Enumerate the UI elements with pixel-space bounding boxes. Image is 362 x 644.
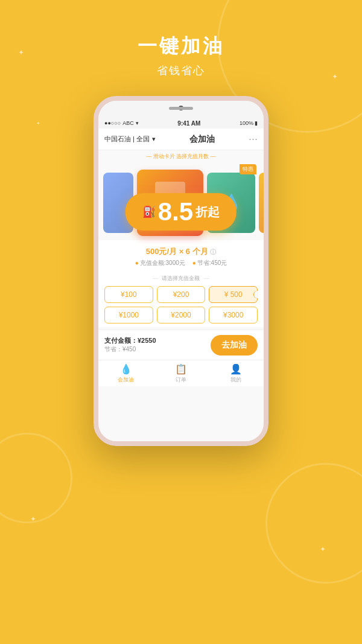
bg-swirl-3 bbox=[0, 433, 72, 523]
action-pay-label: 支付金额：¥2550 bbox=[104, 336, 156, 345]
sparkle-2: ✦ bbox=[332, 72, 338, 81]
battery-percent: 100% bbox=[240, 120, 253, 126]
action-info: 支付金额：¥2550 节省：¥450 bbox=[104, 336, 156, 354]
plan-months: 6 个月 bbox=[186, 247, 208, 256]
amount-1000[interactable]: ¥1000 bbox=[104, 307, 153, 324]
nav-more-button[interactable]: ··· bbox=[249, 133, 258, 145]
battery-icon: ▮ bbox=[255, 120, 258, 126]
amount-section: — 请选择充值金额 — ¥100 ¥200 ¥ 500 ¥1000 ¥2000 … bbox=[98, 271, 264, 327]
tab-orders[interactable]: 📋 订单 bbox=[153, 363, 208, 384]
phone-body: ●●○○○ ABC ▾ 9:41 AM 100% ▮ 中国石油 | 全国 ▾ 会… bbox=[94, 96, 268, 446]
action-save-label: 节省：¥450 bbox=[104, 345, 156, 354]
location-text: 中国石油 | 全国 bbox=[104, 135, 150, 144]
plan-info: 500元/月 × 6 个月 ⓘ ●充值金额:3000元 ●节省:450元 bbox=[98, 240, 264, 271]
sparkle-3: ✦ bbox=[30, 515, 36, 523]
plan-saving: ●节省:450元 bbox=[192, 259, 227, 267]
phone-mockup: ●●○○○ ABC ▾ 9:41 AM 100% ▮ 中国石油 | 全国 ▾ 会… bbox=[0, 96, 362, 446]
amount-label: — 请选择充值金额 — bbox=[104, 275, 258, 282]
tab-bar: 💧 会加油 📋 订单 👤 我的 bbox=[98, 360, 264, 386]
action-bar: 支付金额：¥2550 节省：¥450 去加油 bbox=[98, 330, 264, 360]
discount-number: 8.5 bbox=[158, 199, 193, 225]
dropdown-icon: ▾ bbox=[152, 135, 156, 143]
phone-speaker bbox=[169, 107, 193, 110]
nav-location[interactable]: 中国石油 | 全国 ▾ bbox=[104, 135, 156, 144]
card-carousel[interactable]: 特惠 💧 bbox=[98, 162, 264, 240]
phone-screen: — 滑动卡片 选择充值月数 — 特惠 bbox=[98, 150, 264, 446]
orders-tab-icon: 📋 bbox=[175, 363, 187, 375]
amount-500[interactable]: ¥ 500 bbox=[209, 286, 258, 303]
bg-swirl-2 bbox=[265, 463, 362, 584]
profile-tab-label: 我的 bbox=[230, 376, 241, 384]
amount-100[interactable]: ¥100 bbox=[104, 286, 153, 303]
amount-200[interactable]: ¥200 bbox=[157, 286, 206, 303]
status-signal: ●●○○○ ABC ▾ bbox=[104, 120, 139, 126]
signal-dots: ●●○○○ bbox=[104, 120, 121, 126]
discount-icon: ⛽ bbox=[142, 205, 156, 218]
orders-tab-label: 订单 bbox=[176, 376, 186, 384]
wifi-icon: ▾ bbox=[136, 120, 139, 126]
nav-bar: 中国石油 | 全国 ▾ 会加油 ··· bbox=[98, 129, 264, 150]
profile-tab-icon: 👤 bbox=[230, 363, 242, 375]
card-orange-car[interactable]: 🚕 bbox=[259, 173, 264, 233]
go-refuel-button[interactable]: 去加油 bbox=[211, 335, 258, 355]
amount-3000[interactable]: ¥3000 bbox=[209, 307, 258, 324]
amounts-grid: ¥100 ¥200 ¥ 500 ¥1000 ¥2000 ¥3000 bbox=[104, 286, 258, 324]
status-battery: 100% ▮ bbox=[240, 120, 258, 126]
plan-recharge: ●充值金额:3000元 bbox=[135, 259, 185, 267]
amount-2000[interactable]: ¥2000 bbox=[157, 307, 206, 324]
phone-top bbox=[98, 101, 264, 118]
discount-pill: ⛽ 8.5 折起 bbox=[125, 193, 237, 231]
carrier-name: ABC bbox=[122, 120, 134, 126]
status-bar: ●●○○○ ABC ▾ 9:41 AM 100% ▮ bbox=[98, 118, 264, 129]
plan-x: × bbox=[179, 247, 186, 256]
plan-info-icon[interactable]: ⓘ bbox=[210, 249, 216, 255]
tab-refuel[interactable]: 💧 会加油 bbox=[98, 363, 153, 384]
refuel-tab-icon: 💧 bbox=[120, 363, 132, 375]
plan-details: ●充值金额:3000元 ●节省:450元 bbox=[106, 259, 256, 267]
discount-suffix: 折起 bbox=[195, 204, 220, 220]
plan-summary: 500元/月 × 6 个月 ⓘ bbox=[106, 246, 256, 257]
status-time: 9:41 AM bbox=[177, 120, 200, 127]
sparkle-4: ✦ bbox=[320, 545, 326, 553]
deal-badge: 特惠 bbox=[240, 164, 256, 174]
sparkle-1: ✦ bbox=[18, 48, 24, 57]
tab-profile[interactable]: 👤 我的 bbox=[209, 363, 264, 384]
plan-amount: 500元/月 bbox=[146, 247, 177, 256]
scroll-hint: — 滑动卡片 选择充值月数 — bbox=[98, 150, 264, 162]
refuel-tab-label: 会加油 bbox=[118, 376, 134, 384]
nav-title: 会加油 bbox=[189, 134, 215, 145]
